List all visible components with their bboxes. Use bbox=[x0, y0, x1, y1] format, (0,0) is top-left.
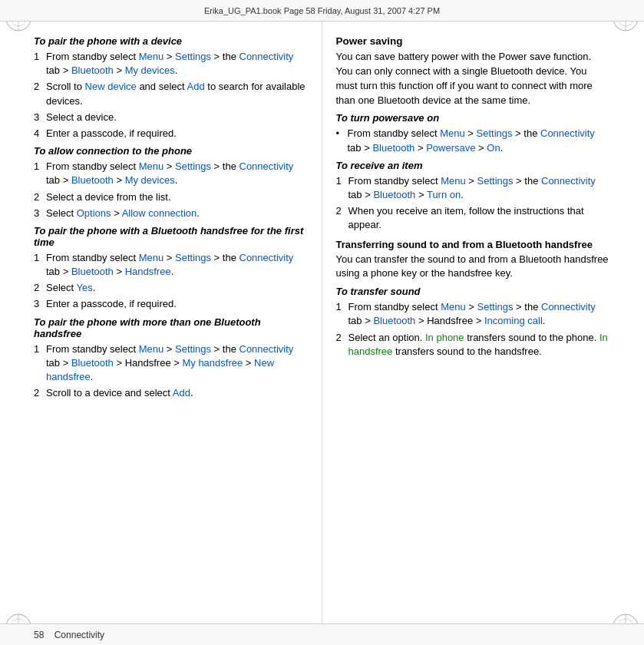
section-powersave-on-list: • From standby select Menu > Settings > … bbox=[336, 127, 611, 154]
list-item: 1 From standby select Menu > Settings > … bbox=[34, 50, 309, 78]
list-item: 1 From standby select Menu > Settings > … bbox=[336, 300, 611, 328]
list-text: From standby select Menu > Settings > th… bbox=[46, 251, 309, 279]
section-pair-multi-handsfree-heading: To pair the phone with more than one Blu… bbox=[34, 316, 309, 339]
list-item: 2 When you receive an item, follow the i… bbox=[336, 204, 611, 232]
list-num: 3 bbox=[34, 207, 45, 220]
settings-link: Settings bbox=[175, 51, 211, 62]
page-number: 58 bbox=[34, 630, 44, 640]
list-text: From standby select Menu > Settings > th… bbox=[348, 300, 611, 328]
yes-link: Yes bbox=[77, 282, 93, 293]
list-item: 2 Scroll to New device and select Add to… bbox=[34, 80, 309, 108]
list-num: 2 bbox=[34, 80, 45, 108]
incomingcall-link: Incoming call bbox=[484, 315, 543, 326]
list-item: 3 Select a device. bbox=[34, 111, 309, 124]
inhandsfree-link: In handsfree bbox=[348, 332, 608, 357]
list-text: Enter a passcode, if required. bbox=[46, 127, 309, 141]
list-item: 2 Scroll to a device and select Add. bbox=[34, 386, 309, 400]
on-link: On bbox=[487, 142, 500, 154]
bluetooth-link: Bluetooth bbox=[71, 174, 114, 186]
section-to-transfer-sound: To transfer sound 1 From standby select … bbox=[336, 286, 611, 359]
bluetooth-link: Bluetooth bbox=[71, 266, 114, 277]
list-num: 3 bbox=[34, 297, 45, 311]
section-pair-multi-handsfree: To pair the phone with more than one Blu… bbox=[34, 316, 309, 401]
list-text: Select Yes. bbox=[46, 281, 309, 295]
list-num: 1 bbox=[34, 50, 45, 78]
list-item: 1 From standby select Menu > Settings > … bbox=[336, 174, 611, 202]
list-item: 2 Select an option. In phone transfers s… bbox=[336, 331, 611, 359]
list-item: 3 Enter a passcode, if required. bbox=[34, 297, 309, 311]
connectivity-link: Connectivity bbox=[239, 160, 294, 172]
right-column: Power saving You can save battery power … bbox=[322, 22, 645, 624]
list-item: 2 Select Yes. bbox=[34, 281, 309, 295]
transfer-sound-body: You can transfer the sound to and from a… bbox=[336, 253, 611, 282]
section-transfer-sound-heading-block: Transferring sound to and from a Bluetoo… bbox=[336, 239, 611, 282]
section-pair-handsfree-first-heading: To pair the phone with a Bluetooth hands… bbox=[34, 225, 309, 248]
add-link: Add bbox=[187, 81, 205, 92]
list-item: 4 Enter a passcode, if required. bbox=[34, 127, 309, 141]
footer-section: Connectivity bbox=[54, 630, 104, 640]
transfer-sound-heading: Transferring sound to and from a Bluetoo… bbox=[336, 239, 611, 250]
list-text: From standby select Menu > Settings > th… bbox=[46, 50, 309, 78]
list-num: 3 bbox=[34, 111, 45, 124]
section-pair-multi-handsfree-list: 1 From standby select Menu > Settings > … bbox=[34, 342, 309, 401]
menu-link: Menu bbox=[139, 51, 164, 62]
settings-link: Settings bbox=[175, 160, 211, 172]
connectivity-link: Connectivity bbox=[239, 343, 294, 355]
list-text: Scroll to New device and select Add to s… bbox=[46, 80, 309, 108]
section-allow-connection-list: 1 From standby select Menu > Settings > … bbox=[34, 160, 309, 220]
list-num: 4 bbox=[34, 127, 45, 141]
list-text: Select Options > Allow connection. bbox=[46, 207, 309, 220]
menu-link: Menu bbox=[139, 252, 164, 263]
connectivity-link: Connectivity bbox=[239, 252, 294, 263]
list-text: From standby select Menu > Settings > th… bbox=[348, 174, 611, 202]
menu-link: Menu bbox=[440, 127, 465, 139]
connectivity-link: Connectivity bbox=[541, 175, 596, 187]
section-pair-device-list: 1 From standby select Menu > Settings > … bbox=[34, 50, 309, 141]
list-num: 1 bbox=[34, 160, 45, 187]
list-num: 2 bbox=[34, 386, 45, 400]
handsfree-link: Handsfree bbox=[125, 266, 171, 277]
header-bar: Erika_UG_PA1.book Page 58 Friday, August… bbox=[0, 0, 644, 22]
list-num: 2 bbox=[34, 281, 45, 295]
connectivity-link: Connectivity bbox=[540, 127, 595, 139]
header-text: Erika_UG_PA1.book Page 58 Friday, August… bbox=[204, 6, 440, 15]
list-text: Enter a passcode, if required. bbox=[46, 297, 309, 311]
mydevices-link: My devices bbox=[125, 174, 175, 186]
newdevice-link: New device bbox=[85, 81, 137, 92]
turnon-link: Turn on bbox=[427, 189, 461, 200]
bluetooth-link: Bluetooth bbox=[71, 64, 114, 76]
list-item: 3 Select Options > Allow connection. bbox=[34, 207, 309, 220]
menu-link: Menu bbox=[139, 160, 164, 172]
power-saving-text: You can save battery power with the Powe… bbox=[336, 50, 611, 108]
inphone-link: In phone bbox=[425, 332, 464, 343]
settings-link: Settings bbox=[175, 343, 211, 355]
list-num: 1 bbox=[34, 251, 45, 279]
bluetooth-link: Bluetooth bbox=[373, 315, 415, 326]
power-saving-heading: Power saving bbox=[336, 35, 611, 47]
bluetooth-link: Bluetooth bbox=[372, 142, 414, 154]
list-item: 1 From standby select Menu > Settings > … bbox=[34, 251, 309, 279]
bullet-icon: • bbox=[336, 127, 345, 154]
menu-link: Menu bbox=[139, 343, 164, 355]
section-power-saving: Power saving You can save battery power … bbox=[336, 35, 611, 108]
section-allow-connection: To allow connection to the phone 1 From … bbox=[34, 145, 309, 220]
section-pair-device: To pair the phone with a device 1 From s… bbox=[34, 35, 309, 141]
section-to-transfer-sound-list: 1 From standby select Menu > Settings > … bbox=[336, 300, 611, 359]
list-item: 2 Select a device from the list. bbox=[34, 190, 309, 204]
list-item: 1 From standby select Menu > Settings > … bbox=[34, 160, 309, 187]
list-num: 1 bbox=[336, 300, 347, 328]
list-text: Scroll to a device and select Add. bbox=[46, 386, 309, 400]
list-item: 1 From standby select Menu > Settings > … bbox=[34, 342, 309, 385]
menu-link: Menu bbox=[441, 175, 466, 187]
settings-link: Settings bbox=[477, 127, 513, 139]
list-text: Select an option. In phone transfers sou… bbox=[348, 331, 611, 359]
section-to-transfer-sound-heading: To transfer sound bbox=[336, 286, 611, 297]
section-receive-item-list: 1 From standby select Menu > Settings > … bbox=[336, 174, 611, 233]
settings-link: Settings bbox=[477, 175, 514, 187]
section-pair-handsfree-first-list: 1 From standby select Menu > Settings > … bbox=[34, 251, 309, 312]
section-allow-connection-heading: To allow connection to the phone bbox=[34, 145, 309, 157]
section-pair-handsfree-first: To pair the phone with a Bluetooth hands… bbox=[34, 225, 309, 312]
settings-link: Settings bbox=[175, 252, 211, 263]
list-num: 1 bbox=[336, 174, 347, 202]
footer: 58 Connectivity bbox=[0, 624, 644, 645]
